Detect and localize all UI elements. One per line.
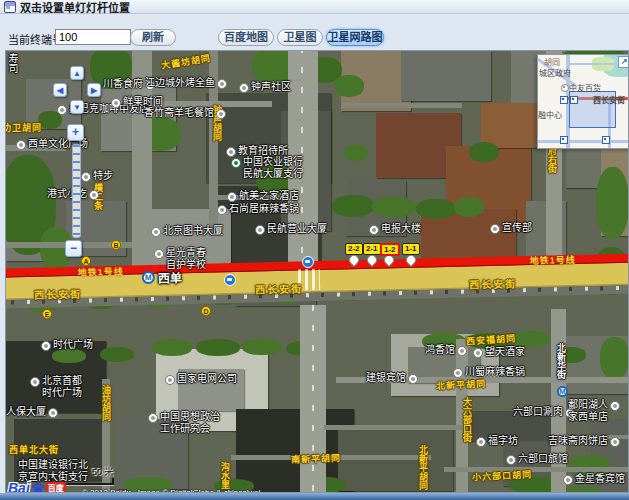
poi-icon (48, 408, 58, 418)
poi-label: 中国农业银行 民航大厦支行 (231, 156, 303, 180)
poi-label: 民航营业大厦 (255, 223, 327, 235)
inset-expand-icon[interactable]: ↗ (618, 56, 629, 68)
poi-text: 鄱阳湖人 家西单店 (568, 399, 608, 423)
poi-icon (151, 227, 161, 237)
poi-icon (453, 368, 463, 378)
poi-text: 北京首都 时代广场 (42, 375, 82, 399)
poi-label: 时代广场 (41, 339, 93, 351)
window-title: 双击设置单灯灯杆位置 (20, 0, 130, 15)
poi-icon (16, 140, 26, 150)
poi-icon (89, 190, 99, 200)
subway-exit-badge: B (111, 240, 121, 250)
poi-text: 人保大厦 (6, 406, 46, 418)
subway-exit-badge: A (81, 256, 91, 266)
poi-text: 航美之家酒店 (239, 190, 299, 202)
zoom-slider[interactable] (72, 144, 81, 238)
poi-icon (369, 225, 379, 235)
poi-label: 石尚居麻辣香锅 (217, 203, 299, 215)
poi-icon (154, 249, 164, 259)
poi-text: 六部口旅馆 (518, 453, 568, 465)
zoom-out-button[interactable]: − (65, 240, 82, 257)
road-segment (342, 103, 462, 108)
lamp-marker[interactable]: 1-1 (402, 243, 420, 255)
poi-label: 江边城外烤全鱼 (145, 77, 227, 89)
poi-icon (41, 341, 51, 351)
overview-inset[interactable]: 胡同 城区政府 中友百货 西长安街 融中心 ↗ (537, 54, 629, 149)
satellite-map-button[interactable]: 卫星图 (277, 29, 323, 46)
poi-text: 川香食府 (103, 78, 143, 90)
subway-exit-badge: D (201, 306, 211, 316)
metro-station-icon (557, 386, 568, 397)
bus-stop-icon (302, 256, 314, 268)
street-label: 北新平胡同 (436, 377, 487, 393)
pan-down-button[interactable]: ▼ (70, 100, 84, 114)
street-label: 大酱坊胡同 (160, 51, 211, 72)
tree-patch (100, 347, 134, 362)
poi-label: 川蜀麻辣香锅 (453, 366, 525, 378)
poi-label: 星光青春 自护学校 (154, 247, 206, 271)
poi-icon (57, 105, 67, 115)
street-label: 武功卫胡同 (5, 121, 42, 134)
metro-station-icon (142, 271, 155, 284)
inset-metro-icon (570, 96, 578, 104)
poi-label: 北京图书大厦 (151, 225, 223, 237)
title-bar: 双击设置单灯灯杆位置 (0, 0, 629, 14)
inset-poi-marker (561, 84, 569, 92)
poi-icon (563, 475, 573, 485)
baidu-logo[interactable]: Bai 百度 (8, 480, 66, 493)
zoom-in-button[interactable]: + (67, 124, 84, 141)
pan-left-button[interactable]: ◀ (53, 83, 67, 97)
poi-icon (408, 374, 418, 384)
poi-label: 六部口涮肉 (513, 406, 575, 418)
subway-exit-badge: E (42, 309, 52, 319)
inset-label-district-gov: 城区政府 (539, 67, 571, 78)
poi-label: 钟声社区 (239, 81, 291, 93)
poi-text: 国家电网公司 (177, 373, 237, 385)
street-label: 南新平胡同 (291, 451, 341, 466)
metro-station-icon (557, 386, 568, 397)
poi-icon (148, 413, 158, 423)
poi-text: 时代广场 (53, 339, 93, 351)
tree-patch (196, 339, 240, 356)
poi-label: 六部口旅馆 (506, 453, 568, 465)
poi-text: 石尚居麻辣香锅 (229, 203, 299, 215)
building-block (401, 51, 491, 101)
avenue-name-label: 西长安街 (34, 286, 82, 302)
terminal-number-input[interactable] (55, 29, 131, 45)
tree-patch (344, 145, 368, 161)
poi-label: 鄱阳湖人 家西单店 (568, 399, 620, 423)
baidu-logo-latin: Bai (8, 480, 30, 493)
pan-up-button[interactable]: ▲ (70, 66, 84, 80)
poi-text: 香竹斋羊毛餐馆 (144, 107, 214, 119)
baidu-map-button[interactable]: 百度地图 (218, 29, 274, 46)
map-canvas[interactable]: 地铁1号线 地铁1号线 西长安街 西长安街 西长安街 西单 胡同 城区政府 中友… (6, 51, 629, 493)
poi-label: 航美之家酒店 (227, 190, 299, 202)
pan-right-button[interactable]: ▶ (87, 83, 101, 97)
satellite-road-map-button[interactable]: 卫星网路图 (326, 29, 384, 46)
inset-metro-icon (560, 96, 568, 104)
poi-icon (30, 377, 40, 387)
baidu-logo-cjk: 百度 (46, 482, 66, 494)
lamp-marker[interactable]: 1-2 (380, 243, 400, 256)
poi-label: 寿司 (6, 53, 18, 73)
lamp-marker[interactable]: 2-1 (363, 243, 381, 255)
inset-label-zhongyou: 中友百货 (569, 82, 601, 93)
poi-label: 望天酒家 (473, 346, 525, 358)
avenue-name-label: 西长安街 (469, 275, 517, 291)
lamp-marker[interactable]: 2-2 (345, 243, 363, 255)
poi-icon (216, 109, 226, 119)
refresh-button[interactable]: 刷新 (130, 29, 176, 46)
inset-metro-icon (560, 136, 568, 144)
map-container: 地铁1号线 地铁1号线 西长安街 西长安街 西长安街 西单 胡同 城区政府 中友… (5, 50, 629, 493)
poi-label: 人保大厦 (6, 406, 58, 418)
metro-line-label: 地铁1号线 (78, 265, 124, 279)
poi-icon (217, 205, 227, 215)
poi-text: 钟声社区 (251, 81, 291, 93)
poi-text: 建银宾馆 (366, 372, 406, 384)
poi-label: 宣传部 (490, 222, 532, 234)
street-label: 油坊胡同 (100, 385, 113, 421)
street-label: 大六部口街 (461, 397, 474, 442)
road-segment (551, 309, 566, 493)
poi-text: 中国农业银行 民航大厦支行 (243, 156, 303, 180)
poi-icon (165, 375, 175, 385)
